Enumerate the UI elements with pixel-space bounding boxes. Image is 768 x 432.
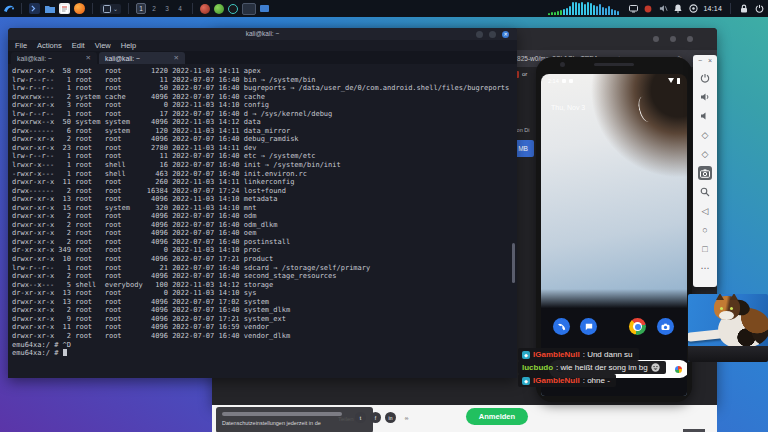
app-finder-dropdown[interactable]: ⌄ <box>100 4 121 14</box>
notifications-bell-icon[interactable] <box>673 4 683 14</box>
volume-muted-icon[interactable] <box>658 4 668 14</box>
twitter-icon[interactable]: t <box>355 412 366 423</box>
camera-app-icon[interactable] <box>657 318 674 335</box>
visualizer-bar <box>596 6 598 15</box>
visualizer-bar <box>590 3 592 15</box>
tab-close-icon[interactable]: ✕ <box>174 54 179 62</box>
visualizer-bar <box>584 4 586 15</box>
kali-logo-icon[interactable] <box>3 3 14 14</box>
display-icon[interactable] <box>628 4 638 14</box>
chat-username[interactable]: lucbudo <box>522 363 553 372</box>
facebook-icon[interactable]: f <box>370 412 381 423</box>
emulator-close-button[interactable]: × <box>708 57 712 64</box>
chat-text: : ohne - <box>583 376 610 385</box>
emulator-toolbar: − × ◇ ◇ ◁ ○ □ ⋯ <box>693 55 717 287</box>
chat-username[interactable]: IGambleNull <box>533 350 580 359</box>
recorder-icon[interactable] <box>643 4 653 14</box>
menu-item-file[interactable]: File <box>15 41 27 50</box>
terminal-line: drwx--x--- 5 shell everybody 100 2022-11… <box>12 281 517 290</box>
visualizer-bar <box>572 2 574 15</box>
emulator-volume-up-button[interactable] <box>698 90 712 104</box>
terminal-cursor <box>63 349 67 356</box>
menu-item-help[interactable]: Help <box>121 41 136 50</box>
workspace-button-1[interactable]: 1 <box>136 3 146 14</box>
terminal-launcher-icon[interactable] <box>29 3 40 14</box>
chat-message: ◆IGambleNull: Und dann su <box>518 348 639 361</box>
terminal-line: drwxrwx--- 2 system cache 4096 2022-07-0… <box>12 93 517 102</box>
visualizer-bar <box>593 5 595 15</box>
emulator-minimize-button[interactable]: − <box>698 57 702 64</box>
terminal-line: drwxr-xr-x 2 root root 4096 2022-07-07 1… <box>12 212 517 221</box>
chat-username[interactable]: IGambleNull <box>533 376 580 385</box>
status-circle-icon[interactable] <box>688 4 698 14</box>
emulator-more-button[interactable]: ⋯ <box>698 261 712 275</box>
page-or-label: or <box>522 71 527 77</box>
menu-item-edit[interactable]: Edit <box>72 41 85 50</box>
emulator-back-button[interactable]: ◁ <box>698 204 712 218</box>
visualizer-bar <box>602 7 604 15</box>
terminal-line: drwxr-xr-x 2 root root 4096 2022-07-07 1… <box>12 135 517 144</box>
phone-app-icon[interactable] <box>553 318 570 335</box>
visualizer-bar <box>560 10 562 15</box>
terminal-line: dr-xr-xr-x 13 root root 0 2022-11-03 14:… <box>12 289 517 298</box>
active-window-button[interactable] <box>242 3 256 15</box>
audio-visualizer <box>548 2 619 15</box>
share-label: Teilen <box>338 416 354 422</box>
terminal-window[interactable]: kali@kali: ~ ✕ FileActionsEditViewHelp k… <box>8 28 517 378</box>
terminal-titlebar[interactable]: kali@kali: ~ ✕ <box>8 28 517 40</box>
visualizer-bar <box>569 6 571 15</box>
terminal-output[interactable]: drwxr-xr-x 58 root root 1220 2022-11-03 … <box>8 64 517 358</box>
cat-ear <box>730 294 738 300</box>
editor-launcher-icon[interactable] <box>59 3 70 14</box>
emulator-overview-button[interactable]: □ <box>698 242 712 256</box>
terminal-line: lrw-r--r-- 1 root root 21 2022-07-07 16:… <box>12 264 517 273</box>
terminal-scrollbar[interactable] <box>512 243 515 283</box>
terminal-line: drwxr-xr-x 13 root root 4096 2022-11-03 … <box>12 195 517 204</box>
workspace-button-3[interactable]: 3 <box>162 3 172 14</box>
app-icon-green[interactable] <box>214 4 224 14</box>
terminal-line: drwxr-xr-x 9 root root 4096 2022-07-07 1… <box>12 315 517 324</box>
terminal-line: lrw-r--r-- 1 root root 11 2022-07-07 16:… <box>12 152 517 161</box>
emulator-screenshot-button[interactable] <box>698 166 712 180</box>
minimize-button[interactable] <box>476 31 483 38</box>
visualizer-bar <box>599 4 601 15</box>
emote-icon <box>651 363 660 372</box>
app-icon-blue[interactable] <box>260 5 269 12</box>
emulator-rotate-left-button[interactable]: ◇ <box>698 128 712 142</box>
tab-close-icon[interactable]: ✕ <box>86 54 91 62</box>
terminal-menubar: FileActionsEditViewHelp <box>8 40 517 51</box>
emulator-zoom-button[interactable] <box>698 185 712 199</box>
power-icon[interactable] <box>754 4 764 14</box>
lock-icon[interactable] <box>739 4 749 14</box>
firefox-launcher-icon[interactable] <box>74 3 85 14</box>
workspace-button-4[interactable]: 4 <box>175 3 185 14</box>
menu-item-actions[interactable]: Actions <box>37 41 62 50</box>
chrome-app-icon[interactable] <box>629 318 646 335</box>
maximize-button[interactable] <box>489 31 496 38</box>
menu-item-view[interactable]: View <box>95 41 111 50</box>
terminal-line: drwxr-xr-x 10 root root 4096 2022-07-07 … <box>12 255 517 264</box>
terminal-tab-1[interactable]: kali@kali: ~✕ <box>11 52 97 64</box>
link-icon[interactable]: ∞ <box>401 412 412 423</box>
terminal-line: drwxr-xr-x 2 root root 4096 2022-07-07 1… <box>12 221 517 230</box>
obs-icon[interactable] <box>228 4 238 14</box>
terminal-line: -rwxr-x--- 1 root shell 463 2022-07-07 1… <box>12 170 517 179</box>
login-button[interactable]: Anmelden <box>466 408 528 425</box>
messages-app-icon[interactable] <box>580 318 597 335</box>
lockscreen-date: Thu, Nov 3 <box>551 104 585 111</box>
lens-icon[interactable] <box>675 366 682 373</box>
terminal-tab-2[interactable]: kali@kali: ~✕ <box>99 52 185 64</box>
emulator-home-button[interactable]: ○ <box>698 223 712 237</box>
clock[interactable]: 14:14 <box>703 5 722 12</box>
linkedin-icon[interactable]: in <box>385 412 396 423</box>
cat-chin <box>719 311 734 320</box>
emulator-rotate-right-button[interactable]: ◇ <box>698 147 712 161</box>
workspace-button-2[interactable]: 2 <box>149 3 159 14</box>
browser-window-controls[interactable] <box>653 36 693 42</box>
visualizer-bar <box>563 9 565 15</box>
emulator-power-button[interactable] <box>698 71 712 85</box>
close-button[interactable]: ✕ <box>502 31 509 38</box>
app-icon-red[interactable] <box>200 4 210 14</box>
emulator-volume-down-button[interactable] <box>698 109 712 123</box>
files-launcher-icon[interactable] <box>44 3 55 14</box>
